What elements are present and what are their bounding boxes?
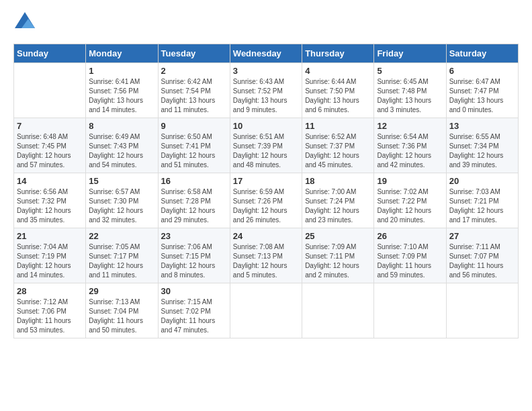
- calendar-cell: [230, 283, 302, 338]
- week-row-5: 28Sunrise: 7:12 AMSunset: 7:06 PMDayligh…: [14, 283, 519, 338]
- day-info: Sunrise: 6:57 AMSunset: 7:30 PMDaylight:…: [89, 187, 154, 225]
- calendar-cell: 18Sunrise: 7:00 AMSunset: 7:24 PMDayligh…: [302, 173, 374, 228]
- day-info: Sunrise: 7:10 AMSunset: 7:09 PMDaylight:…: [377, 242, 443, 280]
- day-info: Sunrise: 6:49 AMSunset: 7:43 PMDaylight:…: [89, 132, 154, 170]
- day-number: 24: [233, 231, 299, 241]
- weekday-header-saturday: Saturday: [446, 44, 518, 63]
- day-info: Sunrise: 6:59 AMSunset: 7:26 PMDaylight:…: [233, 187, 299, 225]
- calendar-cell: 9Sunrise: 6:50 AMSunset: 7:41 PMDaylight…: [158, 118, 230, 173]
- calendar-cell: 4Sunrise: 6:44 AMSunset: 7:50 PMDaylight…: [302, 63, 374, 118]
- calendar-cell: 7Sunrise: 6:48 AMSunset: 7:45 PMDaylight…: [14, 118, 86, 173]
- logo-text: [13, 13, 35, 33]
- calendar-cell: 21Sunrise: 7:04 AMSunset: 7:19 PMDayligh…: [14, 228, 86, 283]
- day-info: Sunrise: 7:12 AMSunset: 7:06 PMDaylight:…: [17, 298, 83, 335]
- day-info: Sunrise: 7:05 AMSunset: 7:17 PMDaylight:…: [89, 242, 154, 280]
- day-info: Sunrise: 6:44 AMSunset: 7:50 PMDaylight:…: [305, 77, 371, 115]
- week-row-1: 1Sunrise: 6:41 AMSunset: 7:56 PMDaylight…: [14, 63, 519, 118]
- day-info: Sunrise: 7:06 AMSunset: 7:15 PMDaylight:…: [161, 242, 227, 280]
- day-info: Sunrise: 6:42 AMSunset: 7:54 PMDaylight:…: [161, 77, 227, 115]
- day-number: 15: [89, 176, 154, 186]
- day-number: 2: [161, 66, 227, 76]
- weekday-header-row: SundayMondayTuesdayWednesdayThursdayFrid…: [14, 44, 519, 63]
- day-number: 3: [233, 66, 299, 76]
- calendar-cell: 12Sunrise: 6:54 AMSunset: 7:36 PMDayligh…: [374, 118, 446, 173]
- day-number: 5: [377, 66, 443, 76]
- weekday-header-tuesday: Tuesday: [158, 44, 230, 63]
- day-number: 23: [161, 231, 227, 241]
- calendar-cell: 27Sunrise: 7:11 AMSunset: 7:07 PMDayligh…: [446, 228, 518, 283]
- day-number: 17: [233, 176, 299, 186]
- day-number: 9: [161, 121, 227, 131]
- calendar-cell: 5Sunrise: 6:45 AMSunset: 7:48 PMDaylight…: [374, 63, 446, 118]
- day-info: Sunrise: 7:02 AMSunset: 7:22 PMDaylight:…: [377, 187, 443, 225]
- weekday-header-wednesday: Wednesday: [230, 44, 302, 63]
- day-number: 6: [449, 66, 515, 76]
- day-info: Sunrise: 7:11 AMSunset: 7:07 PMDaylight:…: [449, 242, 515, 280]
- day-number: 30: [161, 286, 227, 296]
- day-info: Sunrise: 6:51 AMSunset: 7:39 PMDaylight:…: [233, 132, 299, 170]
- logo: [13, 13, 35, 33]
- weekday-header-monday: Monday: [86, 44, 158, 63]
- day-number: 1: [89, 66, 154, 76]
- day-info: Sunrise: 6:48 AMSunset: 7:45 PMDaylight:…: [17, 132, 83, 170]
- day-number: 25: [305, 231, 371, 241]
- day-number: 8: [89, 121, 154, 131]
- day-info: Sunrise: 7:04 AMSunset: 7:19 PMDaylight:…: [17, 242, 83, 280]
- calendar-cell: 26Sunrise: 7:10 AMSunset: 7:09 PMDayligh…: [374, 228, 446, 283]
- calendar-cell: 6Sunrise: 6:47 AMSunset: 7:47 PMDaylight…: [446, 63, 518, 118]
- logo-icon: [15, 12, 35, 28]
- calendar-cell: 10Sunrise: 6:51 AMSunset: 7:39 PMDayligh…: [230, 118, 302, 173]
- calendar-cell: 15Sunrise: 6:57 AMSunset: 7:30 PMDayligh…: [86, 173, 158, 228]
- day-number: 7: [17, 121, 83, 131]
- day-info: Sunrise: 7:15 AMSunset: 7:02 PMDaylight:…: [161, 298, 227, 335]
- calendar-cell: 2Sunrise: 6:42 AMSunset: 7:54 PMDaylight…: [158, 63, 230, 118]
- calendar-cell: 1Sunrise: 6:41 AMSunset: 7:56 PMDaylight…: [86, 63, 158, 118]
- day-info: Sunrise: 6:52 AMSunset: 7:37 PMDaylight:…: [305, 132, 371, 170]
- day-number: 19: [377, 176, 443, 186]
- calendar-cell: [374, 283, 446, 338]
- weekday-header-friday: Friday: [374, 44, 446, 63]
- day-info: Sunrise: 6:56 AMSunset: 7:32 PMDaylight:…: [17, 187, 83, 225]
- day-number: 22: [89, 231, 154, 241]
- weekday-header-sunday: Sunday: [14, 44, 86, 63]
- day-info: Sunrise: 6:54 AMSunset: 7:36 PMDaylight:…: [377, 132, 443, 170]
- calendar-cell: [302, 283, 374, 338]
- calendar-cell: 11Sunrise: 6:52 AMSunset: 7:37 PMDayligh…: [302, 118, 374, 173]
- week-row-3: 14Sunrise: 6:56 AMSunset: 7:32 PMDayligh…: [14, 173, 519, 228]
- day-number: 10: [233, 121, 299, 131]
- day-number: 14: [17, 176, 83, 186]
- day-number: 12: [377, 121, 443, 131]
- calendar-cell: 19Sunrise: 7:02 AMSunset: 7:22 PMDayligh…: [374, 173, 446, 228]
- calendar-cell: 28Sunrise: 7:12 AMSunset: 7:06 PMDayligh…: [14, 283, 86, 338]
- calendar-cell: 3Sunrise: 6:43 AMSunset: 7:52 PMDaylight…: [230, 63, 302, 118]
- calendar-cell: 8Sunrise: 6:49 AMSunset: 7:43 PMDaylight…: [86, 118, 158, 173]
- day-number: 28: [17, 286, 83, 296]
- calendar-cell: 20Sunrise: 7:03 AMSunset: 7:21 PMDayligh…: [446, 173, 518, 228]
- day-number: 29: [89, 286, 154, 296]
- day-info: Sunrise: 7:00 AMSunset: 7:24 PMDaylight:…: [305, 187, 371, 225]
- day-number: 26: [377, 231, 443, 241]
- day-info: Sunrise: 7:03 AMSunset: 7:21 PMDaylight:…: [449, 187, 515, 225]
- day-number: 21: [17, 231, 83, 241]
- week-row-4: 21Sunrise: 7:04 AMSunset: 7:19 PMDayligh…: [14, 228, 519, 283]
- calendar-table: SundayMondayTuesdayWednesdayThursdayFrid…: [13, 44, 519, 338]
- day-info: Sunrise: 6:47 AMSunset: 7:47 PMDaylight:…: [449, 77, 515, 115]
- day-number: 13: [449, 121, 515, 131]
- calendar-cell: 24Sunrise: 7:08 AMSunset: 7:13 PMDayligh…: [230, 228, 302, 283]
- day-info: Sunrise: 6:55 AMSunset: 7:34 PMDaylight:…: [449, 132, 515, 170]
- day-number: 11: [305, 121, 371, 131]
- calendar-cell: 25Sunrise: 7:09 AMSunset: 7:11 PMDayligh…: [302, 228, 374, 283]
- calendar-cell: 29Sunrise: 7:13 AMSunset: 7:04 PMDayligh…: [86, 283, 158, 338]
- day-info: Sunrise: 7:13 AMSunset: 7:04 PMDaylight:…: [89, 298, 154, 335]
- calendar-cell: 17Sunrise: 6:59 AMSunset: 7:26 PMDayligh…: [230, 173, 302, 228]
- day-number: 20: [449, 176, 515, 186]
- day-info: Sunrise: 6:58 AMSunset: 7:28 PMDaylight:…: [161, 187, 227, 225]
- day-info: Sunrise: 7:09 AMSunset: 7:11 PMDaylight:…: [305, 242, 371, 280]
- calendar-cell: 22Sunrise: 7:05 AMSunset: 7:17 PMDayligh…: [86, 228, 158, 283]
- day-number: 4: [305, 66, 371, 76]
- day-number: 16: [161, 176, 227, 186]
- weekday-header-thursday: Thursday: [302, 44, 374, 63]
- day-info: Sunrise: 7:08 AMSunset: 7:13 PMDaylight:…: [233, 242, 299, 280]
- calendar-cell: 14Sunrise: 6:56 AMSunset: 7:32 PMDayligh…: [14, 173, 86, 228]
- day-number: 27: [449, 231, 515, 241]
